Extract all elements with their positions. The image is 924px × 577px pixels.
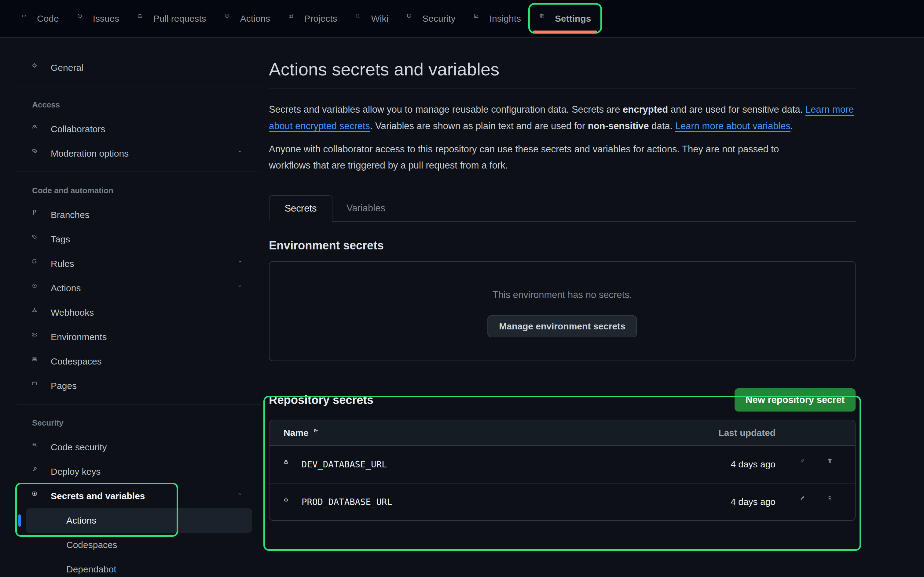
key-icon [32, 467, 42, 477]
sidebar-subitem-actions-selected[interactable]: Actions [26, 508, 252, 533]
sidebar-item-label: Deploy keys [51, 466, 100, 477]
sidebar-section-code-and-automation: Code and automation [17, 178, 261, 203]
settings-main-content: Actions secrets and variables Secrets an… [269, 38, 856, 521]
repository-secrets-table: Name Last updated DEV_DATABASE_URL 4 day… [269, 420, 856, 521]
secret-name: DEV_DATABASE_URL [302, 459, 387, 469]
sidebar-item-pages[interactable]: Pages [17, 374, 261, 398]
nav-tab-pull-requests[interactable]: Pull requests [128, 0, 215, 37]
sidebar-item-rules[interactable]: Rules [17, 251, 261, 276]
manage-environment-secrets-button[interactable]: Manage environment secrets [487, 315, 637, 337]
nav-tab-issues[interactable]: Issues [68, 0, 129, 37]
sidebar-item-label: Dependabot [66, 564, 116, 575]
issue-icon [77, 13, 87, 24]
secret-last-updated: 4 days ago [684, 497, 775, 507]
intro-paragraph: Secrets and variables allow you to manag… [269, 102, 856, 134]
edit-secret-button[interactable] [792, 458, 820, 471]
secrets-variables-tabs: Secrets Variables [269, 195, 856, 222]
nav-tab-security[interactable]: Security [397, 0, 464, 37]
nav-tab-code[interactable]: Code [12, 0, 68, 37]
people-icon [32, 124, 42, 134]
environment-secrets-box: This environment has no secrets. Manage … [269, 261, 856, 361]
code-scan-icon [32, 442, 42, 453]
nav-tab-label: Issues [93, 13, 120, 24]
sidebar-item-deploy-keys[interactable]: Deploy keys [17, 459, 261, 484]
sidebar-item-general[interactable]: General [17, 56, 261, 80]
sidebar-item-actions[interactable]: Actions [17, 276, 261, 300]
new-repository-secret-button[interactable]: New repository secret [735, 388, 856, 411]
table-header-row: Name Last updated [270, 421, 855, 446]
column-header-last-updated: Last updated [684, 428, 775, 438]
sidebar-item-webhooks[interactable]: Webhooks [17, 300, 261, 325]
git-branch-icon [32, 210, 42, 220]
sidebar-item-label: General [51, 63, 83, 73]
sort-ascending-icon [313, 428, 323, 437]
nav-tab-projects[interactable]: Projects [279, 0, 346, 37]
tab-secrets[interactable]: Secrets [269, 195, 333, 222]
chevron-down-icon [237, 284, 247, 293]
tab-variables[interactable]: Variables [333, 195, 399, 221]
nav-tab-settings[interactable]: Settings [530, 0, 600, 37]
link-learn-variables[interactable]: Learn more about variables [675, 121, 790, 131]
sidebar-item-label: Pages [51, 381, 77, 391]
sidebar-item-branches[interactable]: Branches [17, 203, 261, 227]
sidebar-section-security: Security [17, 411, 261, 435]
nav-tab-insights[interactable]: Insights [465, 0, 530, 37]
trash-icon [827, 458, 840, 471]
sidebar-section-access: Access [17, 92, 261, 117]
chevron-down-icon [237, 149, 247, 158]
nav-tab-wiki[interactable]: Wiki [347, 0, 398, 37]
delete-secret-button[interactable] [820, 458, 847, 471]
nav-tab-actions[interactable]: Actions [215, 0, 279, 37]
sidebar-item-codespaces[interactable]: Codespaces [17, 349, 261, 374]
table-icon [288, 13, 299, 24]
pencil-icon [800, 458, 812, 471]
secret-name-cell: PROD_DATABASE_URL [284, 497, 684, 507]
sidebar-subitem-codespaces[interactable]: Codespaces [17, 533, 261, 557]
intro-text: Secrets and variables allow you to manag… [269, 104, 623, 115]
webhook-icon [32, 308, 42, 318]
settings-sidebar: General Access Collaborators Moderation … [17, 38, 261, 577]
shield-icon [407, 13, 417, 24]
sidebar-item-tags[interactable]: Tags [17, 227, 261, 251]
sidebar-divider [17, 86, 261, 86]
sidebar-item-label: Actions [51, 283, 81, 293]
nav-tab-label: Projects [304, 13, 337, 24]
sidebar-item-code-security[interactable]: Code security [17, 435, 261, 459]
lock-icon [284, 497, 294, 507]
chevron-down-icon [237, 259, 247, 268]
sidebar-item-label: Secrets and variables [51, 491, 145, 501]
secret-name: PROD_DATABASE_URL [302, 497, 393, 507]
sidebar-item-environments[interactable]: Environments [17, 325, 261, 349]
nav-tab-label: Wiki [371, 13, 389, 24]
secret-name-cell: DEV_DATABASE_URL [284, 459, 684, 469]
sidebar-item-label: Codespaces [66, 540, 117, 550]
intro-text: data. [649, 121, 675, 131]
sidebar-item-label: Codespaces [51, 356, 102, 367]
pencil-icon [800, 496, 812, 508]
sidebar-item-label: Moderation options [51, 148, 129, 159]
sidebar-item-moderation-options[interactable]: Moderation options [17, 141, 261, 166]
sidebar-item-label: Rules [51, 259, 74, 269]
lock-icon [284, 459, 294, 469]
intro-text: . Variables are shown as plain text and … [370, 121, 588, 131]
browser-icon [32, 381, 42, 391]
edit-secret-button[interactable] [792, 496, 820, 508]
gear-icon [32, 63, 42, 73]
graph-icon [474, 13, 484, 24]
sidebar-subitem-dependabot[interactable]: Dependabot [17, 557, 261, 577]
key-asterisk-icon [32, 491, 42, 501]
table-row: PROD_DATABASE_URL 4 days ago [270, 483, 855, 520]
sidebar-item-collaborators[interactable]: Collaborators [17, 117, 261, 141]
nav-tab-label: Pull requests [153, 13, 206, 24]
nav-tab-label: Insights [489, 13, 521, 24]
sidebar-item-label: Webhooks [51, 308, 94, 318]
codespaces-icon [32, 356, 42, 367]
column-header-name[interactable]: Name [284, 428, 323, 438]
sidebar-item-secrets-and-variables[interactable]: Secrets and variables [17, 484, 261, 508]
delete-secret-button[interactable] [820, 496, 847, 508]
book-icon [356, 13, 366, 24]
code-icon [21, 13, 31, 24]
sidebar-item-label: Actions [66, 515, 96, 526]
play-icon [225, 13, 235, 24]
nav-tab-label: Actions [240, 13, 270, 24]
